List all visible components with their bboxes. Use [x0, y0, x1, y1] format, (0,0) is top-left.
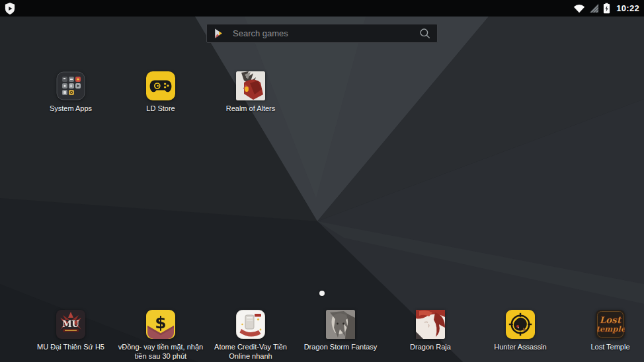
- realm-of-alters-icon: [236, 71, 265, 100]
- app-dragon-storm-fantasy[interactable]: Dragon Storm Fantasy: [296, 310, 385, 361]
- svg-text:$: $: [155, 313, 166, 332]
- search-placeholder: Search games: [233, 28, 419, 38]
- hunter-assassin-icon: [506, 310, 535, 339]
- app-label: System Apps: [50, 104, 92, 113]
- app-mu-dai-thien-su[interactable]: MU MU Đại Thiên Sứ H5: [26, 310, 116, 361]
- google-play-icon: [214, 28, 223, 39]
- page-indicator: [0, 291, 644, 296]
- app-label: Hunter Assassin: [494, 343, 546, 351]
- ldplayer-home-screen: 10:22 Search games System Apps: [0, 0, 644, 362]
- search-icon[interactable]: [419, 28, 430, 39]
- system-apps-folder-icon: [56, 71, 85, 100]
- app-dragon-raja[interactable]: Dragon Raja: [385, 310, 475, 361]
- dock-app-row: MU MU Đại Thiên Sứ H5 $ vĐồng- vay tiền …: [0, 310, 644, 361]
- app-atome-credit[interactable]: Atome Credit-Vay Tiền Online nhanh: [206, 310, 296, 361]
- dragon-storm-fantasy-icon: [326, 310, 355, 339]
- wifi-icon: [573, 4, 585, 13]
- wallpaper: [0, 0, 644, 362]
- app-label: vĐồng- vay tiền mặt, nhận tiền sau 30 ph…: [116, 343, 206, 361]
- svg-text:temple: temple: [596, 324, 625, 334]
- vdong-icon: $: [146, 310, 175, 339]
- app-label: MU Đại Thiên Sứ H5: [37, 343, 104, 351]
- game-search-bar[interactable]: Search games: [206, 24, 438, 43]
- ldplayer-shield-icon[interactable]: [5, 3, 15, 15]
- page-dot-active[interactable]: [319, 291, 325, 296]
- app-ld-store[interactable]: LD Store: [116, 71, 206, 113]
- atome-credit-icon: [236, 310, 265, 339]
- app-label: Dragon Storm Fantasy: [304, 343, 378, 351]
- battery-charging-icon: [603, 3, 610, 14]
- status-bar: 10:22: [0, 0, 644, 17]
- dragon-raja-icon: [416, 310, 445, 339]
- app-label: Atome Credit-Vay Tiền Online nhanh: [206, 343, 296, 361]
- clock: 10:22: [616, 3, 639, 13]
- app-label: Realm of Alters: [226, 104, 276, 113]
- app-vdong[interactable]: $ vĐồng- vay tiền mặt, nhận tiền sau 30 …: [116, 310, 206, 361]
- svg-text:MU: MU: [62, 319, 79, 329]
- cellular-no-signal-icon: [589, 3, 599, 13]
- app-label: Dragon Raja: [410, 343, 451, 351]
- app-realm-of-alters[interactable]: Realm of Alters: [206, 71, 296, 113]
- app-hunter-assassin[interactable]: Hunter Assassin: [475, 310, 565, 361]
- svg-text:Lost: Lost: [600, 314, 622, 325]
- app-label: Lost Temple: [590, 343, 629, 351]
- app-label: LD Store: [146, 104, 175, 113]
- app-system-apps-folder[interactable]: System Apps: [26, 71, 116, 113]
- ld-store-icon: [146, 71, 175, 100]
- lost-temple-icon: Lost temple: [596, 310, 625, 339]
- app-lost-temple[interactable]: Lost temple Lost Temple: [565, 310, 644, 361]
- desktop-app-grid: System Apps LD Store Realm of Alters: [0, 71, 644, 113]
- mu-dai-thien-su-icon: MU: [56, 310, 85, 339]
